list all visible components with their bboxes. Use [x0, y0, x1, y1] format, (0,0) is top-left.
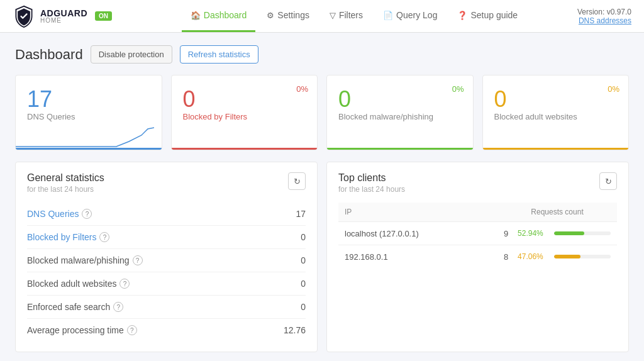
- logo-area: ADGUARD HOME ON: [13, 5, 112, 28]
- avg-time-row-text: Average processing time: [27, 325, 124, 335]
- progress-bar-bg-192: [554, 255, 611, 258]
- nav-item-settings[interactable]: ⚙ Settings: [258, 0, 318, 32]
- stat-row-blocked-adult-label: Blocked adult websites ?: [27, 279, 130, 289]
- nav-label-querylog: Query Log: [396, 10, 437, 20]
- clients-table: IP Requests count localhost (127.0.0.1) …: [338, 203, 617, 268]
- stat-row-dns-queries-label: DNS Queries ?: [27, 209, 92, 219]
- stat-row-safe-search-value: 0: [301, 302, 306, 312]
- general-stats-subtitle: for the last 24 hours: [27, 185, 104, 194]
- disable-protection-button[interactable]: Disable protection: [91, 45, 172, 64]
- stat-row-blocked-malware: Blocked malware/phishing ? 0: [27, 249, 306, 272]
- blocked-malware-help-icon[interactable]: ?: [133, 255, 143, 265]
- page-content: Dashboard Disable protection Refresh sta…: [0, 33, 644, 361]
- dns-queries-row-text: DNS Queries: [27, 209, 79, 219]
- nav-item-querylog[interactable]: 📄 Query Log: [374, 0, 446, 32]
- blocked-adult-bar: [483, 148, 629, 150]
- avg-time-help-icon[interactable]: ?: [127, 325, 137, 335]
- blocked-malware-pct: 0%: [452, 84, 464, 94]
- dns-queries-chart: [16, 123, 154, 148]
- on-badge: ON: [95, 11, 112, 21]
- stat-row-safe-search-label: Enforced safe search ?: [27, 302, 123, 312]
- stat-row-blocked-adult-value: 0: [301, 279, 306, 289]
- top-clients-panel: Top clients for the last 24 hours ↻ IP R…: [326, 162, 629, 352]
- page-header: Dashboard Disable protection Refresh sta…: [15, 45, 629, 64]
- blocked-malware-label: Blocked malware/phishing: [338, 112, 462, 121]
- blocked-adult-label: Blocked adult websites: [494, 112, 618, 121]
- progress-bar-fill-192: [554, 255, 580, 258]
- nav-item-filters[interactable]: ▽ Filters: [321, 0, 372, 32]
- clients-table-header-row: IP Requests count: [338, 203, 617, 222]
- blocked-filters-help-icon[interactable]: ?: [99, 232, 109, 242]
- nav-item-dashboard[interactable]: 🏠 Dashboard: [182, 0, 256, 32]
- stat-row-avg-time-label: Average processing time ?: [27, 325, 137, 335]
- blocked-malware-row-text: Blocked malware/phishing: [27, 255, 130, 265]
- req-pct-localhost: 52.94%: [518, 229, 548, 238]
- header: ADGUARD HOME ON 🏠 Dashboard ⚙ Settings ▽…: [0, 0, 644, 33]
- filter-icon: ▽: [330, 11, 336, 20]
- req-count-localhost: 9: [504, 229, 511, 238]
- top-clients-header: Top clients for the last 24 hours ↻: [338, 172, 617, 203]
- blocked-filters-bar: [172, 148, 318, 150]
- logo-home-text: HOME: [40, 18, 87, 24]
- requests-cell-localhost: 9 52.94%: [504, 229, 611, 238]
- top-clients-refresh-button[interactable]: ↻: [599, 172, 617, 190]
- stat-row-blocked-filters: Blocked by Filters ? 0: [27, 226, 306, 249]
- dns-queries-label: DNS Queries: [27, 112, 150, 121]
- stat-row-blocked-malware-value: 0: [301, 255, 306, 265]
- stat-row-avg-time-value: 12.76: [284, 325, 306, 335]
- stat-card-blocked-malware: 0 Blocked malware/phishing 0%: [326, 75, 474, 150]
- logo-shield-icon: [13, 5, 35, 28]
- stat-card-blocked-adult: 0 Blocked adult websites 0%: [482, 75, 630, 150]
- nav-item-setup[interactable]: ❓ Setup guide: [448, 0, 526, 32]
- stat-row-blocked-filters-label: Blocked by Filters ?: [27, 232, 109, 242]
- requests-cell-192: 8 47.06%: [504, 252, 611, 262]
- client-name-192: 192.168.0.1: [345, 252, 388, 262]
- top-clients-title-area: Top clients for the last 24 hours: [338, 172, 405, 203]
- blocked-malware-number: 0: [338, 86, 351, 112]
- safe-search-row-text: Enforced safe search: [27, 302, 110, 312]
- dns-queries-number: 17: [27, 86, 52, 112]
- version-text: Version: v0.97.0: [577, 8, 631, 16]
- general-stats-title-area: General statistics for the last 24 hours: [27, 172, 104, 203]
- dns-queries-help-icon[interactable]: ?: [82, 209, 92, 219]
- blocked-filters-row-text: Blocked by Filters: [27, 232, 96, 242]
- question-icon: ❓: [457, 11, 467, 20]
- nav-label-settings: Settings: [277, 10, 309, 20]
- stat-row-avg-time: Average processing time ? 12.76: [27, 319, 306, 342]
- stat-card-dns-queries: 17 DNS Queries: [15, 75, 162, 150]
- col-ip: IP: [338, 203, 497, 222]
- nav: 🏠 Dashboard ⚙ Settings ▽ Filters 📄 Query…: [131, 0, 577, 32]
- top-clients-title: Top clients: [338, 172, 405, 184]
- client-name-localhost: localhost (127.0.0.1): [345, 229, 419, 238]
- blocked-filters-number: 0: [183, 86, 196, 112]
- req-count-192: 8: [504, 252, 511, 262]
- stat-row-safe-search: Enforced safe search ? 0: [27, 296, 306, 319]
- safe-search-help-icon[interactable]: ?: [113, 302, 123, 312]
- general-statistics-panel: General statistics for the last 24 hours…: [15, 162, 318, 352]
- blocked-adult-number: 0: [494, 86, 507, 112]
- general-stats-title: General statistics: [27, 172, 104, 184]
- blocked-adult-row-text: Blocked adult websites: [27, 279, 116, 289]
- blocked-adult-pct: 0%: [608, 84, 619, 94]
- home-icon: 🏠: [191, 11, 201, 20]
- blocked-adult-help-icon[interactable]: ?: [119, 279, 130, 289]
- table-row: 192.168.0.1 8 47.06%: [338, 245, 617, 269]
- stat-row-dns-queries: DNS Queries ? 17: [27, 203, 306, 226]
- header-right: Version: v0.97.0 DNS addresses: [577, 8, 631, 25]
- logo-adguard-text: ADGUARD: [40, 9, 87, 18]
- progress-bar-bg-localhost: [554, 231, 611, 235]
- stat-row-blocked-adult: Blocked adult websites ? 0: [27, 272, 306, 296]
- stat-row-dns-queries-value: 17: [296, 209, 306, 219]
- stat-cards: 17 DNS Queries 0 Blocked by Filters 0% 0…: [15, 75, 629, 150]
- nav-label-filters: Filters: [339, 10, 363, 20]
- blocked-malware-bar: [327, 148, 473, 150]
- refresh-statistics-button[interactable]: Refresh statistics: [180, 45, 258, 64]
- dns-addresses-link[interactable]: DNS addresses: [579, 16, 631, 25]
- general-stats-refresh-button[interactable]: ↻: [288, 172, 306, 190]
- stat-card-blocked-filters: 0 Blocked by Filters 0%: [171, 75, 318, 150]
- progress-bar-fill-localhost: [554, 231, 584, 235]
- general-stats-header: General statistics for the last 24 hours…: [27, 172, 306, 203]
- page-title: Dashboard: [15, 47, 83, 63]
- logo-text: ADGUARD HOME: [40, 9, 87, 24]
- nav-label-setup: Setup guide: [470, 10, 518, 20]
